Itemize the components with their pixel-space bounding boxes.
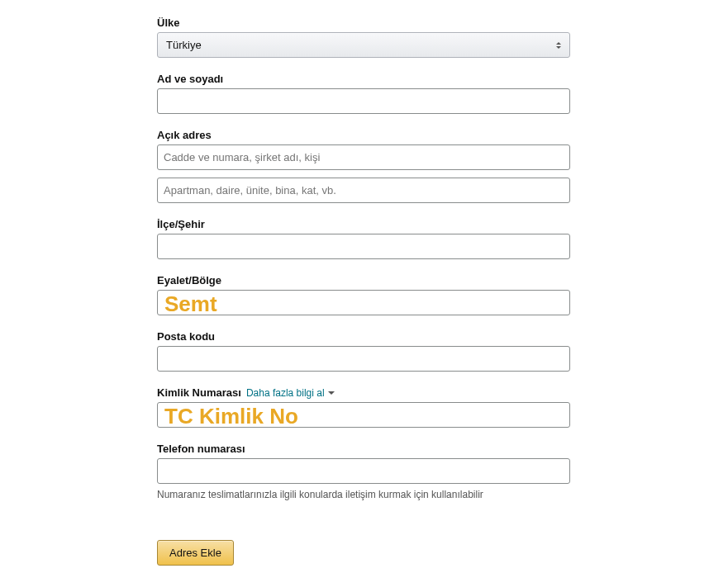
country-value: Türkiye	[166, 39, 202, 51]
phone-label: Telefon numarası	[157, 443, 570, 455]
city-field-group: İlçe/Şehir	[157, 218, 570, 259]
postal-field-group: Posta kodu	[157, 330, 570, 372]
address-line2-input[interactable]	[157, 178, 570, 203]
state-annotation: Semt	[158, 291, 217, 315]
chevron-down-icon	[328, 391, 335, 395]
country-label: Ülke	[157, 17, 570, 29]
phone-hint: Numaranız teslimatlarınızla ilgili konul…	[157, 489, 570, 500]
idnum-field-group: Kimlik Numarası Daha fazla bilgi al TC K…	[157, 386, 570, 428]
address-line1-input[interactable]	[157, 144, 570, 170]
name-input[interactable]	[157, 88, 570, 114]
name-field-group: Ad ve soyadı	[157, 73, 570, 114]
address-form: Ülke Türkiye Ad ve soyadı Açık adres İlç…	[157, 17, 570, 566]
city-input[interactable]	[157, 234, 570, 259]
address-field-group: Açık adres	[157, 129, 570, 203]
add-address-button[interactable]: Adres Ekle	[157, 540, 234, 566]
state-label: Eyalet/Bölge	[157, 274, 570, 286]
city-label: İlçe/Şehir	[157, 218, 570, 230]
postal-input[interactable]	[157, 346, 570, 372]
country-select[interactable]: Türkiye	[157, 32, 570, 58]
address-label: Açık adres	[157, 129, 570, 141]
updown-caret-icon	[554, 40, 563, 51]
phone-field-group: Telefon numarası Numaranız teslimatların…	[157, 443, 570, 500]
name-label: Ad ve soyadı	[157, 73, 570, 85]
idnum-annotation: TC Kimlik No	[158, 404, 298, 427]
postal-label: Posta kodu	[157, 330, 570, 343]
idnum-input-wrap[interactable]: TC Kimlik No	[157, 402, 570, 428]
phone-input[interactable]	[157, 458, 570, 484]
idnum-info-text: Daha fazla bilgi al	[246, 387, 325, 399]
country-field-group: Ülke Türkiye	[157, 17, 570, 58]
idnum-info-link[interactable]: Daha fazla bilgi al	[246, 387, 335, 399]
idnum-label: Kimlik Numarası	[157, 386, 241, 399]
state-field-group: Eyalet/Bölge Semt	[157, 274, 570, 315]
state-input-wrap[interactable]: Semt	[157, 290, 570, 315]
